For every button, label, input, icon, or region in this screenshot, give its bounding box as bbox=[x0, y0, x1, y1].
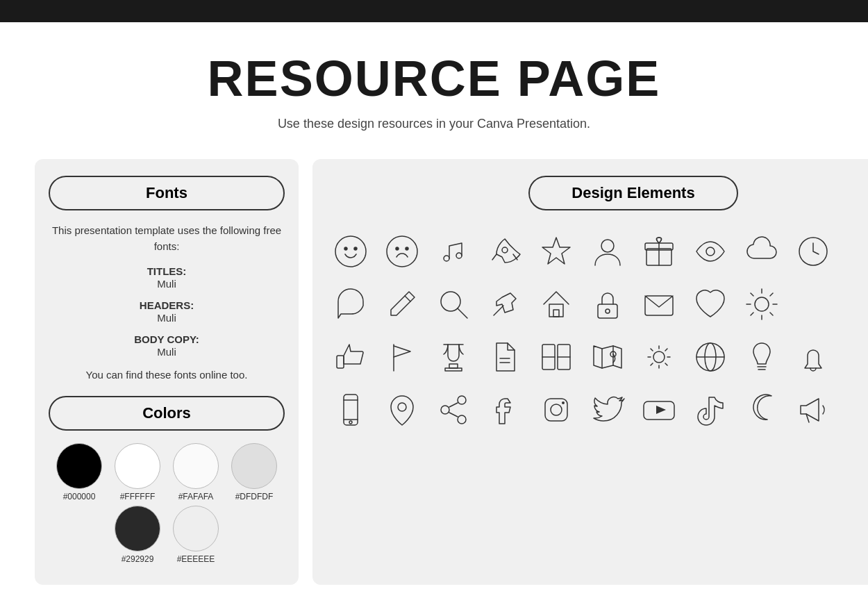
page-subtitle: Use these design resources in your Canva… bbox=[0, 117, 868, 131]
svg-point-10 bbox=[601, 240, 614, 252]
color-label-292929: #292929 bbox=[122, 554, 154, 564]
icons-grid bbox=[326, 227, 868, 434]
svg-rect-34 bbox=[337, 356, 344, 368]
svg-line-62 bbox=[449, 403, 458, 407]
svg-point-25 bbox=[755, 297, 769, 311]
instagram-icon bbox=[532, 385, 581, 434]
svg-point-5 bbox=[406, 247, 408, 250]
color-circle-dfdfdf bbox=[231, 443, 277, 489]
right-panel: Design Elements bbox=[312, 159, 868, 585]
design-elements-header: Design Elements bbox=[326, 176, 868, 210]
color-circle-292929 bbox=[115, 506, 160, 551]
person-icon bbox=[583, 227, 632, 276]
svg-point-57 bbox=[349, 421, 352, 424]
font-group-titles-value: Muli bbox=[49, 278, 285, 290]
sun-icon bbox=[737, 280, 786, 329]
color-swatch-black: #000000 bbox=[56, 443, 102, 501]
font-group-headers: HEADERS: Muli bbox=[49, 299, 285, 324]
svg-point-2 bbox=[354, 247, 357, 250]
clock-icon bbox=[789, 227, 837, 276]
svg-point-0 bbox=[335, 236, 366, 267]
lock-icon bbox=[583, 280, 632, 329]
facebook-icon bbox=[481, 385, 529, 434]
svg-line-19 bbox=[494, 306, 503, 315]
font-group-titles-label: TITLES: bbox=[147, 265, 187, 277]
search-icon bbox=[429, 280, 478, 329]
page-title: RESOURCE PAGE bbox=[0, 50, 868, 107]
color-swatch-eeeeee: #EEEEEE bbox=[173, 506, 219, 564]
fonts-description: This presentation template uses the foll… bbox=[49, 223, 285, 254]
heart-icon bbox=[686, 280, 735, 329]
fonts-note: You can find these fonts online too. bbox=[49, 367, 285, 383]
moon-icon bbox=[737, 385, 786, 434]
smiley-face-icon bbox=[326, 227, 375, 276]
font-group-bodycopy: BODY COPY: Muli bbox=[49, 333, 285, 358]
svg-point-65 bbox=[551, 404, 562, 415]
bell-icon bbox=[789, 333, 837, 381]
svg-point-3 bbox=[387, 236, 417, 267]
placeholder-r1-11 bbox=[840, 227, 868, 276]
colors-section-label: Colors bbox=[49, 396, 285, 431]
svg-point-66 bbox=[562, 401, 565, 404]
font-group-headers-value: Muli bbox=[49, 312, 285, 324]
location-pin-icon bbox=[378, 385, 426, 434]
twitter-icon bbox=[583, 385, 632, 434]
svg-line-16 bbox=[405, 296, 410, 301]
megaphone-icon bbox=[789, 385, 837, 434]
placeholder-r4-11 bbox=[840, 385, 868, 434]
svg-point-61 bbox=[458, 415, 466, 424]
font-group-titles: TITLES: Muli bbox=[49, 265, 285, 290]
gift-icon bbox=[635, 227, 683, 276]
svg-marker-68 bbox=[656, 406, 666, 414]
svg-point-23 bbox=[606, 309, 610, 313]
placeholder-r3-11 bbox=[840, 333, 868, 381]
phone-icon bbox=[326, 385, 375, 434]
placeholder-r2-10 bbox=[789, 280, 837, 329]
svg-rect-36 bbox=[449, 364, 458, 368]
font-group-bodycopy-label: BODY COPY: bbox=[134, 333, 199, 345]
main-content: Fonts This presentation template uses th… bbox=[0, 145, 868, 606]
globe-icon bbox=[686, 333, 735, 381]
color-swatch-292929: #292929 bbox=[115, 506, 160, 564]
svg-point-59 bbox=[458, 396, 466, 404]
share-icon bbox=[429, 385, 478, 434]
svg-point-1 bbox=[344, 247, 347, 250]
svg-line-33 bbox=[751, 313, 753, 315]
svg-line-18 bbox=[458, 308, 467, 318]
pin-icon bbox=[481, 280, 529, 329]
color-label-dfdfdf: #DFDFDF bbox=[235, 492, 274, 501]
colors-section: Colors #000000 #FFFFFF #FAFAFA #DFDFDF bbox=[49, 396, 285, 564]
svg-line-31 bbox=[770, 313, 773, 315]
svg-line-32 bbox=[770, 293, 773, 296]
pencil-icon bbox=[378, 280, 426, 329]
colors-row-1: #000000 #FFFFFF #FAFAFA #DFDFDF bbox=[49, 443, 285, 501]
home-icon bbox=[532, 280, 581, 329]
color-circle-eeeeee bbox=[173, 506, 219, 551]
svg-line-63 bbox=[449, 413, 458, 417]
thumbs-up-icon bbox=[326, 333, 375, 381]
page-header: RESOURCE PAGE Use these design resources… bbox=[0, 22, 868, 145]
svg-rect-21 bbox=[553, 310, 559, 317]
svg-rect-22 bbox=[598, 304, 617, 318]
youtube-icon bbox=[635, 385, 683, 434]
svg-point-14 bbox=[706, 247, 715, 256]
sad-face-icon bbox=[378, 227, 426, 276]
gear-icon bbox=[635, 333, 683, 381]
left-panel: Fonts This presentation template uses th… bbox=[35, 159, 299, 585]
colors-row-2: #292929 #EEEEEE bbox=[49, 506, 285, 564]
color-circle-black bbox=[56, 443, 102, 489]
map-icon bbox=[583, 333, 632, 381]
color-circle-fafafa bbox=[173, 443, 219, 489]
svg-rect-20 bbox=[549, 304, 563, 317]
svg-rect-37 bbox=[445, 368, 462, 371]
svg-point-48 bbox=[653, 351, 665, 363]
color-label-white: #FFFFFF bbox=[120, 492, 156, 501]
tiktok-icon bbox=[686, 385, 735, 434]
chat-bubble-icon bbox=[326, 280, 375, 329]
svg-point-8 bbox=[502, 247, 508, 253]
flag-icon bbox=[378, 333, 426, 381]
cloud-icon bbox=[737, 227, 786, 276]
color-swatch-white: #FFFFFF bbox=[115, 443, 160, 501]
svg-point-60 bbox=[441, 406, 449, 414]
mail-icon bbox=[635, 280, 683, 329]
